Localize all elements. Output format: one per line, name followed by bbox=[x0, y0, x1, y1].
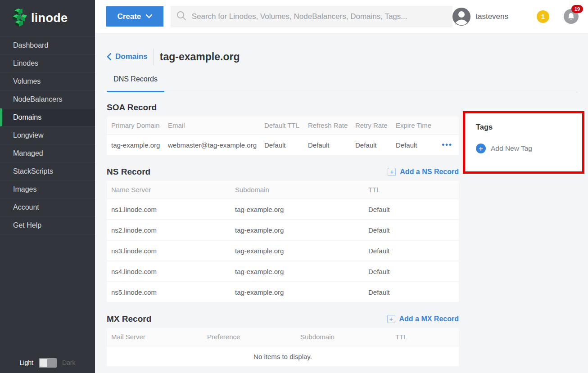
theme-toggle-knob bbox=[40, 359, 47, 367]
table-cell: tag-example.org bbox=[231, 220, 364, 241]
table-cell: Default bbox=[364, 199, 459, 220]
table-cell: ns4.linode.com bbox=[107, 261, 231, 282]
mx-record-table: Mail ServerPreferenceSubdomainTTLNo item… bbox=[107, 328, 459, 367]
table-cell: tag-example.org bbox=[231, 241, 364, 261]
search-input[interactable] bbox=[192, 6, 453, 27]
add-ns-record-button[interactable]: + Add a NS Record bbox=[388, 168, 459, 176]
search-bar bbox=[171, 6, 453, 27]
column-header: Refresh Rate bbox=[303, 117, 351, 135]
create-button-label: Create bbox=[117, 12, 141, 21]
tags-column: Tags + Add New Tag bbox=[463, 111, 584, 174]
logo-text: linode bbox=[31, 11, 68, 25]
sidebar-item-images[interactable]: Images bbox=[0, 180, 95, 198]
table-cell: Default bbox=[364, 241, 459, 261]
chevron-down-icon bbox=[146, 14, 152, 18]
avatar[interactable] bbox=[452, 8, 470, 26]
sidebar-item-managed[interactable]: Managed bbox=[0, 144, 95, 162]
theme-light-label: Light bbox=[20, 359, 33, 366]
create-button[interactable]: Create bbox=[106, 6, 163, 27]
chevron-left-icon bbox=[107, 53, 111, 60]
table-cell: ns5.linode.com bbox=[107, 282, 231, 303]
empty-row: No items to display. bbox=[107, 346, 459, 367]
records-column: SOA Record Primary DomainEmailDefault TT… bbox=[107, 101, 459, 367]
add-new-tag-button[interactable]: + Add New Tag bbox=[476, 144, 582, 153]
notification-count-badge: 19 bbox=[571, 5, 583, 13]
table-row: ns1.linode.comtag-example.orgDefault bbox=[107, 199, 459, 220]
sidebar-item-domains[interactable]: Domains bbox=[0, 108, 95, 126]
theme-toggle-switch[interactable] bbox=[39, 358, 57, 368]
pending-count-badge[interactable]: 1 bbox=[537, 10, 549, 23]
content-area: SOA Record Primary DomainEmailDefault TT… bbox=[107, 101, 588, 367]
add-mx-record-button[interactable]: + Add a MX Record bbox=[387, 315, 459, 323]
mx-record-section: MX Record + Add a MX Record Mail ServerP… bbox=[107, 313, 459, 367]
topbar: Create tastevens 1 19 bbox=[95, 0, 588, 33]
table-cell: tag-example.org bbox=[231, 199, 364, 220]
breadcrumb: Domains tag-example.org bbox=[107, 48, 588, 66]
sidebar-item-dashboard[interactable]: Dashboard bbox=[0, 36, 95, 54]
table-row: ns4.linode.comtag-example.orgDefault bbox=[107, 261, 459, 282]
breadcrumb-back-label: Domains bbox=[115, 52, 148, 61]
soa-record-table: Primary DomainEmailDefault TTLRefresh Ra… bbox=[107, 117, 459, 156]
tab-dns-records[interactable]: DNS Records bbox=[107, 74, 164, 92]
column-header: Subdomain bbox=[231, 181, 364, 199]
ns-record-table: Name ServerSubdomainTTLns1.linode.comtag… bbox=[107, 181, 459, 303]
table-cell: tag-example.org bbox=[231, 261, 364, 282]
main-content: Domains tag-example.org DNS Records SOA … bbox=[95, 33, 588, 373]
row-actions: ••• bbox=[434, 135, 459, 156]
table-row: ns5.linode.comtag-example.orgDefault bbox=[107, 282, 459, 303]
table-row: tag-example.orgwebmaster@tag-example.org… bbox=[107, 135, 459, 156]
sidebar-item-linodes[interactable]: Linodes bbox=[0, 54, 95, 72]
sidebar-item-get-help[interactable]: Get Help bbox=[0, 216, 95, 234]
highlight-annotation: Tags + Add New Tag bbox=[463, 111, 584, 174]
plus-square-icon: + bbox=[387, 315, 395, 323]
sidebar-item-account[interactable]: Account bbox=[0, 198, 95, 216]
table-cell: Default bbox=[303, 135, 351, 156]
sidebar-item-volumes[interactable]: Volumes bbox=[0, 72, 95, 90]
sidebar-item-longview[interactable]: Longview bbox=[0, 126, 95, 144]
table-cell: Default bbox=[351, 135, 391, 156]
column-header: Subdomain bbox=[296, 328, 391, 346]
table-cell: Default bbox=[364, 220, 459, 241]
linode-logo[interactable]: linode bbox=[0, 0, 95, 36]
table-row: ns2.linode.comtag-example.orgDefault bbox=[107, 220, 459, 241]
sidebar-item-stackscripts[interactable]: StackScripts bbox=[0, 162, 95, 180]
soa-record-section: SOA Record Primary DomainEmailDefault TT… bbox=[107, 101, 459, 156]
column-header: Preference bbox=[203, 328, 296, 346]
person-icon bbox=[452, 8, 470, 26]
table-cell: webmaster@tag-example.org bbox=[163, 135, 260, 156]
user-area: tastevens 1 19 bbox=[452, 8, 588, 26]
search-icon bbox=[176, 11, 186, 22]
table-cell: ns2.linode.com bbox=[107, 220, 231, 241]
notifications-button[interactable]: 19 bbox=[564, 9, 579, 24]
ns-record-section: NS Record + Add a NS Record Name ServerS… bbox=[107, 166, 459, 303]
sidebar: linode DashboardLinodesVolumesNodeBalanc… bbox=[0, 0, 95, 373]
plus-square-icon: + bbox=[388, 168, 396, 176]
column-header-actions bbox=[434, 117, 459, 135]
column-header: Retry Rate bbox=[351, 117, 391, 135]
table-cell: Default bbox=[364, 261, 459, 282]
column-header: TTL bbox=[391, 328, 459, 346]
ns-record-heading: NS Record bbox=[107, 167, 150, 177]
tab-bar: DNS Records bbox=[107, 74, 578, 92]
column-header: Expire Time bbox=[391, 117, 434, 135]
table-cell: Default bbox=[391, 135, 434, 156]
username[interactable]: tastevens bbox=[475, 12, 508, 21]
soa-record-heading: SOA Record bbox=[107, 103, 157, 112]
column-header: Default TTL bbox=[260, 117, 303, 135]
add-ns-record-label: Add a NS Record bbox=[400, 168, 459, 176]
tags-panel: Tags + Add New Tag bbox=[465, 113, 582, 153]
table-cell: Default bbox=[364, 282, 459, 303]
sidebar-item-nodebalancers[interactable]: NodeBalancers bbox=[0, 90, 95, 108]
add-mx-record-label: Add a MX Record bbox=[399, 315, 459, 323]
theme-toggle: Light Dark bbox=[0, 356, 95, 369]
page-title: tag-example.org bbox=[160, 51, 240, 63]
breadcrumb-back-link[interactable]: Domains bbox=[107, 52, 148, 61]
column-header: Primary Domain bbox=[107, 117, 163, 135]
table-cell: Default bbox=[260, 135, 303, 156]
column-header: TTL bbox=[364, 181, 459, 199]
table-cell: ns3.linode.com bbox=[107, 241, 231, 261]
row-action-menu-icon[interactable]: ••• bbox=[442, 140, 452, 149]
plus-circle-icon: + bbox=[476, 144, 486, 153]
breadcrumb-divider bbox=[154, 49, 154, 65]
column-header: Email bbox=[163, 117, 260, 135]
